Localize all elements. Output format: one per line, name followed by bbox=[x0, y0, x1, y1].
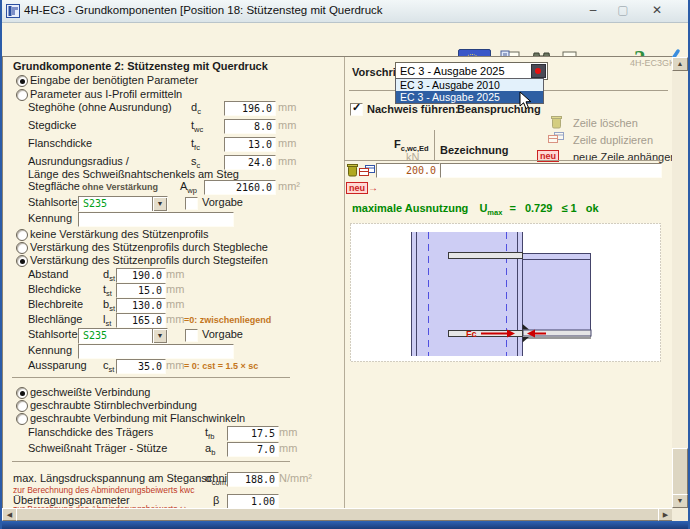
radio-icon[interactable] bbox=[16, 255, 28, 267]
window-frame bbox=[0, 0, 2, 529]
beta-input[interactable]: 1.00 bbox=[227, 494, 279, 509]
scrollbar-corner bbox=[672, 508, 688, 521]
radio-web-stiffeners[interactable]: Verstärkung des Stützenprofils durch Ste… bbox=[0, 254, 345, 267]
minimize-button[interactable]: – bbox=[582, 3, 604, 19]
radio-icon[interactable] bbox=[16, 75, 28, 87]
radio-welded-connection[interactable]: geschweißte Verbindung bbox=[0, 386, 345, 399]
maximize-button[interactable]: ▢ bbox=[612, 3, 634, 19]
scroll-right-icon[interactable]: ▶ bbox=[658, 508, 673, 521]
radio-mode-profile[interactable]: Parameter aus I-Profil ermitteln bbox=[0, 88, 345, 101]
param-row: Stegfläche ohne Verstärkung Awp 2160.0 m… bbox=[0, 180, 345, 195]
duplicate-row-icon[interactable] bbox=[548, 132, 564, 144]
dst-input[interactable]: 190.0 bbox=[116, 268, 166, 283]
column-unit: kN bbox=[406, 151, 419, 163]
dc-input[interactable]: 196.0 bbox=[224, 101, 276, 116]
tst-input[interactable]: 15.0 bbox=[116, 283, 166, 298]
sigma-input[interactable]: 188.0 bbox=[227, 472, 279, 487]
param-row: Aussparung cst 35.0 mm = 0: cst = 1.5 × … bbox=[0, 359, 345, 374]
scroll-down-icon[interactable]: ▼ bbox=[672, 494, 688, 508]
ab-input[interactable]: 7.0 bbox=[227, 442, 279, 457]
duplicate-row-label[interactable]: Zeile duplizieren bbox=[573, 134, 653, 146]
duplicate-row-icon[interactable] bbox=[359, 165, 375, 177]
vertical-scrollbar[interactable]: ▲ ▼ bbox=[672, 57, 688, 508]
scroll-up-icon[interactable]: ▲ bbox=[672, 57, 688, 71]
combo-open-icon[interactable] bbox=[531, 64, 546, 78]
nachweis-checkbox[interactable]: ✓ bbox=[350, 103, 363, 116]
vorgabe-checkbox[interactable] bbox=[185, 197, 198, 210]
steel-row: Stahlsorte S235 ▼ Vorgabe bbox=[0, 196, 345, 211]
radio-icon[interactable] bbox=[16, 229, 28, 241]
mouse-cursor bbox=[519, 91, 532, 110]
lst-input[interactable]: 165.0 bbox=[116, 313, 166, 328]
param-row: Schweißnaht Träger - Stütze ab 7.0 mm bbox=[0, 442, 345, 457]
radio-icon[interactable] bbox=[16, 387, 28, 399]
section-heading: Grundkomponente 2: Stützensteg mit Querd… bbox=[13, 60, 268, 72]
param-row: Flanschdicke tfc 13.0 mm bbox=[0, 137, 345, 152]
delete-row-icon[interactable] bbox=[347, 163, 358, 177]
vorgabe-checkbox[interactable] bbox=[185, 329, 198, 342]
append-row-label[interactable]: neue Zeile anhängen bbox=[573, 151, 676, 163]
steel-grade-select[interactable]: S235 ▼ bbox=[78, 196, 168, 212]
radio-no-reinforcement[interactable]: keine Verstärkung des Stützenprofils bbox=[0, 228, 345, 241]
toolbar: ec ? bbox=[0, 22, 690, 56]
tfc-input[interactable]: 13.0 bbox=[224, 137, 276, 152]
bst-input[interactable]: 130.0 bbox=[116, 298, 166, 313]
dropdown-arrow-icon[interactable]: ▼ bbox=[152, 329, 167, 343]
param-row: Blechlänge lst 165.0 mm =0: zwischenlieg… bbox=[0, 313, 345, 328]
divider bbox=[12, 377, 290, 378]
radio-web-plates[interactable]: Verstärkung des Stützenprofils durch Ste… bbox=[0, 241, 345, 254]
dropdown-arrow-icon[interactable]: ▼ bbox=[152, 197, 167, 211]
radio-icon[interactable] bbox=[16, 413, 28, 425]
radio-icon[interactable] bbox=[16, 89, 28, 101]
horizontal-scroll-thumb[interactable] bbox=[16, 508, 659, 521]
twc-input[interactable]: 8.0 bbox=[224, 119, 276, 134]
param-row: Flanschdicke des Trägers tfb 17.5 mm bbox=[0, 426, 345, 441]
bezeichnung-input[interactable] bbox=[440, 163, 662, 178]
force-value-input[interactable]: 200.0 bbox=[376, 163, 440, 178]
param-row: Steghöhe (ohne Ausrundung) dc 196.0 mm bbox=[0, 101, 345, 116]
app-window: 4H-EC3 - Grundkomponenten [Position 18: … bbox=[0, 0, 690, 529]
header-divider bbox=[434, 130, 435, 160]
radio-bolted-angles[interactable]: geschraubte Verbindung mit Flanschwinkel… bbox=[0, 412, 345, 425]
result-line: maximale Ausnutzung Umax = 0.729 ≤ 1 ok bbox=[352, 202, 599, 217]
scroll-left-icon[interactable]: ◀ bbox=[2, 508, 17, 521]
divider bbox=[12, 461, 290, 462]
table-top-line bbox=[344, 160, 662, 161]
dropdown-option-2010[interactable]: EC 3 - Ausgabe 2010 bbox=[396, 79, 543, 91]
title-bar: 4H-EC3 - Grundkomponenten [Position 18: … bbox=[0, 0, 690, 23]
kennung-row: Kennung bbox=[0, 212, 345, 227]
app-icon bbox=[6, 4, 20, 18]
joint-schematic-drawing: Fc bbox=[350, 223, 661, 362]
kennung-input[interactable] bbox=[78, 344, 234, 359]
window-frame bbox=[0, 521, 690, 529]
delete-row-icon[interactable] bbox=[551, 115, 562, 129]
param-row: Blechbreite bst 130.0 mm bbox=[0, 298, 345, 313]
param-row: Abstand dst 190.0 mm bbox=[0, 268, 345, 283]
kennung-input[interactable] bbox=[78, 212, 234, 227]
param-label-line2: Länge des Schweißnahtschenkels am Steg bbox=[28, 168, 239, 180]
close-button[interactable]: ✕ bbox=[646, 3, 668, 19]
radio-bolted-endplate[interactable]: geschraubte Stirnblechverbindung bbox=[0, 399, 345, 412]
awp-input[interactable]: 2160.0 bbox=[204, 180, 276, 195]
append-row-button[interactable]: neu→ bbox=[346, 181, 378, 194]
window-title: 4H-EC3 - Grundkomponenten [Position 18: … bbox=[24, 4, 383, 16]
cst-input[interactable]: 35.0 bbox=[116, 359, 166, 374]
radio-icon[interactable] bbox=[16, 242, 28, 254]
tfb-input[interactable]: 17.5 bbox=[227, 426, 279, 441]
steel-row: Stahlsorte S235 ▼ Vorgabe bbox=[0, 328, 345, 343]
horizontal-scrollbar[interactable]: ◀ ▶ bbox=[2, 508, 672, 521]
radio-icon[interactable] bbox=[16, 400, 28, 412]
steel-grade-select[interactable]: S235 ▼ bbox=[78, 328, 168, 344]
vertical-scroll-thumb[interactable] bbox=[672, 448, 688, 496]
param-row: Blechdicke tst 15.0 mm bbox=[0, 283, 345, 298]
radio-mode-input[interactable]: Eingabe der benötigten Parameter bbox=[0, 74, 345, 87]
force-label: Fc bbox=[466, 329, 477, 339]
kennung-row: Kennung bbox=[0, 344, 345, 359]
delete-row-label[interactable]: Zeile löschen bbox=[573, 117, 638, 129]
param-row: Stegdicke twc 8.0 mm bbox=[0, 119, 345, 134]
module-tag: 4H-EC3GK bbox=[630, 58, 675, 68]
column-header-bezeichnung: Bezeichnung bbox=[440, 144, 508, 156]
